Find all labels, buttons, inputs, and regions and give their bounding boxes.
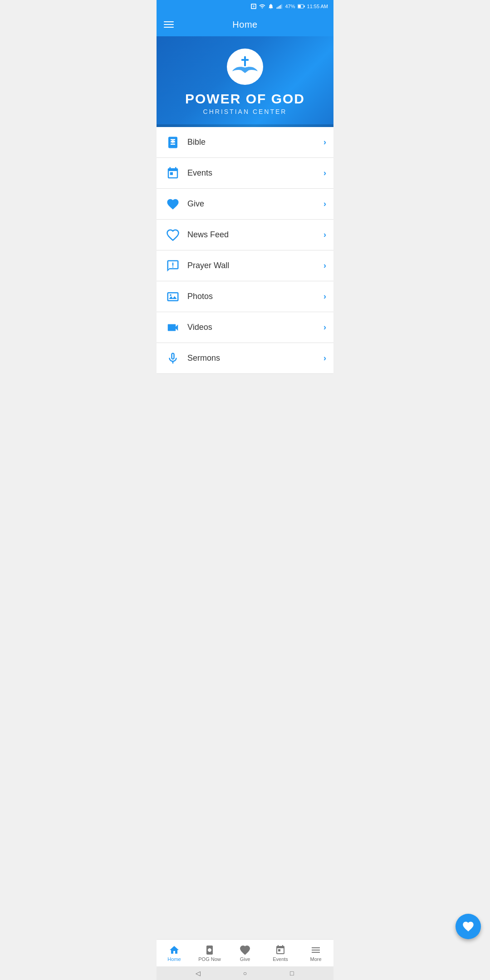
app-bar: Home xyxy=(157,13,333,36)
svg-rect-1 xyxy=(278,7,279,9)
page-title: Home xyxy=(232,20,257,30)
svg-rect-11 xyxy=(172,266,174,268)
svg-rect-10 xyxy=(172,262,174,266)
hamburger-menu[interactable] xyxy=(164,21,174,28)
menu-item-events[interactable]: Events › xyxy=(157,158,333,189)
hero-banner: POWER OF GOD CHRISTIAN CENTER xyxy=(157,36,333,127)
menu-item-photos[interactable]: Photos › xyxy=(157,281,333,312)
events-chevron: › xyxy=(323,168,326,178)
svg-rect-4 xyxy=(282,4,283,9)
church-name-sub: CHRISTIAN CENTER xyxy=(203,108,287,115)
give-label: Give xyxy=(187,199,323,209)
videos-label: Videos xyxy=(187,323,323,332)
sermons-chevron: › xyxy=(323,353,326,363)
news-feed-label: News Feed xyxy=(187,230,323,240)
svg-rect-7 xyxy=(298,5,301,8)
logo-inner xyxy=(231,54,259,79)
sermons-icon xyxy=(164,349,182,368)
svg-rect-3 xyxy=(280,5,281,9)
videos-icon xyxy=(164,318,182,337)
news-feed-icon xyxy=(164,226,182,244)
status-bar: 47% 11:55 AM xyxy=(157,0,333,13)
logo-svg xyxy=(231,54,259,79)
battery-level: 47% xyxy=(285,4,295,9)
status-icons: 47% 11:55 AM xyxy=(250,3,328,10)
svg-rect-9 xyxy=(241,59,249,61)
photos-icon xyxy=(164,288,182,306)
menu-item-prayer-wall[interactable]: Prayer Wall › xyxy=(157,250,333,281)
photos-label: Photos xyxy=(187,292,323,301)
give-icon xyxy=(164,195,182,213)
menu-list: Bible › Events › Give › News Feed › xyxy=(157,127,333,374)
menu-item-sermons[interactable]: Sermons › xyxy=(157,343,333,374)
sermons-label: Sermons xyxy=(187,353,323,363)
give-chevron: › xyxy=(323,199,326,209)
svg-point-12 xyxy=(170,294,172,296)
events-label: Events xyxy=(187,168,323,178)
news-feed-chevron: › xyxy=(323,230,326,240)
svg-rect-2 xyxy=(279,6,280,9)
menu-item-give[interactable]: Give › xyxy=(157,189,333,220)
prayer-wall-chevron: › xyxy=(323,261,326,270)
videos-chevron: › xyxy=(323,323,326,332)
menu-item-bible[interactable]: Bible › xyxy=(157,127,333,158)
menu-item-news-feed[interactable]: News Feed › xyxy=(157,220,333,250)
bible-icon xyxy=(164,133,182,152)
svg-rect-0 xyxy=(277,7,278,9)
events-icon xyxy=(164,164,182,182)
prayer-wall-icon xyxy=(164,257,182,275)
menu-item-videos[interactable]: Videos › xyxy=(157,312,333,343)
church-name-main: POWER OF GOD xyxy=(185,91,305,106)
photos-chevron: › xyxy=(323,292,326,301)
svg-rect-6 xyxy=(304,5,304,7)
status-time: 11:55 AM xyxy=(307,4,328,9)
prayer-wall-label: Prayer Wall xyxy=(187,261,323,270)
svg-rect-8 xyxy=(244,56,246,66)
church-logo xyxy=(227,49,263,85)
bible-label: Bible xyxy=(187,137,323,147)
bible-chevron: › xyxy=(323,137,326,147)
